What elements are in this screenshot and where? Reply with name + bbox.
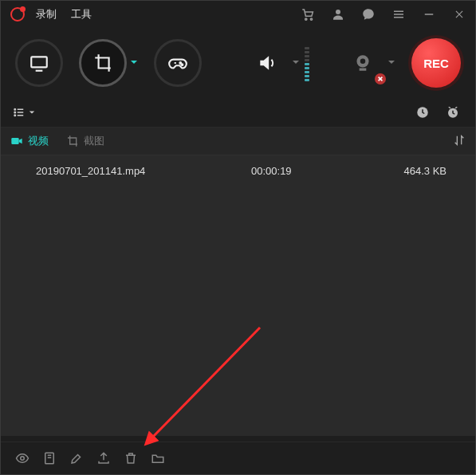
game-mode-button[interactable] — [154, 39, 202, 87]
delete-icon[interactable] — [120, 448, 141, 469]
audio-meter-icon — [305, 45, 309, 81]
file-name: 20190701_201141.mp4 — [14, 165, 251, 177]
svg-point-1 — [310, 18, 312, 20]
menu-tools[interactable]: 工具 — [71, 7, 92, 22]
close-icon[interactable] — [450, 5, 469, 24]
app-logo-icon — [10, 7, 25, 22]
tab-screenshot[interactable]: 截图 — [66, 134, 104, 148]
sort-icon[interactable] — [453, 134, 466, 149]
file-size: 464.3 KB — [387, 165, 462, 177]
svg-point-7 — [360, 59, 366, 65]
tab-video[interactable]: 视频 — [10, 134, 49, 148]
webcam-button[interactable] — [341, 41, 384, 84]
edit-icon[interactable] — [39, 448, 60, 469]
minimize-icon[interactable] — [419, 5, 439, 24]
tab-video-label: 视频 — [28, 134, 49, 148]
file-row[interactable]: 20190701_201141.mp4 00:00:19 464.3 KB — [1, 155, 475, 186]
file-list: 20190701_201141.mp4 00:00:19 464.3 KB — [1, 155, 475, 436]
schedule-icon[interactable] — [411, 101, 434, 124]
folder-icon[interactable] — [148, 448, 168, 469]
tab-screenshot-label: 截图 — [84, 134, 104, 148]
titlebar: 录制 工具 — [1, 1, 475, 28]
bottom-toolbar — [1, 442, 475, 474]
record-button[interactable]: REC — [411, 38, 461, 88]
tabs-bar: 视频 截图 — [1, 128, 475, 155]
menu-hamburger-icon[interactable] — [389, 5, 408, 24]
svg-point-9 — [14, 112, 16, 113]
fullscreen-mode-button[interactable] — [15, 39, 63, 87]
file-duration: 00:00:19 — [251, 165, 387, 177]
region-mode-button[interactable] — [79, 39, 127, 87]
preview-icon[interactable] — [12, 448, 33, 469]
list-toggle-icon[interactable] — [12, 105, 35, 120]
webcam-dropdown-icon[interactable] — [387, 58, 395, 68]
svg-point-4 — [179, 62, 181, 64]
webcam-disabled-icon — [375, 73, 386, 84]
svg-point-14 — [21, 457, 25, 461]
svg-point-2 — [336, 10, 340, 14]
svg-rect-3 — [31, 57, 47, 67]
record-toolbar: REC — [1, 28, 475, 98]
cart-icon[interactable] — [298, 5, 317, 24]
upload-icon[interactable] — [93, 448, 114, 469]
menu-record[interactable]: 录制 — [36, 7, 57, 22]
chat-icon[interactable] — [359, 5, 378, 24]
audio-button[interactable] — [246, 41, 289, 84]
app-window: 录制 工具 — [0, 0, 476, 475]
svg-point-10 — [14, 115, 16, 116]
user-icon[interactable] — [328, 5, 348, 24]
sub-toolbar — [1, 98, 475, 128]
audio-dropdown-icon[interactable] — [292, 58, 300, 68]
region-dropdown-icon[interactable] — [130, 58, 138, 68]
alarm-icon[interactable] — [442, 101, 464, 124]
svg-rect-13 — [11, 138, 18, 144]
svg-point-0 — [305, 18, 307, 20]
brush-icon[interactable] — [66, 448, 87, 469]
svg-point-8 — [14, 109, 16, 111]
svg-point-5 — [182, 64, 183, 65]
